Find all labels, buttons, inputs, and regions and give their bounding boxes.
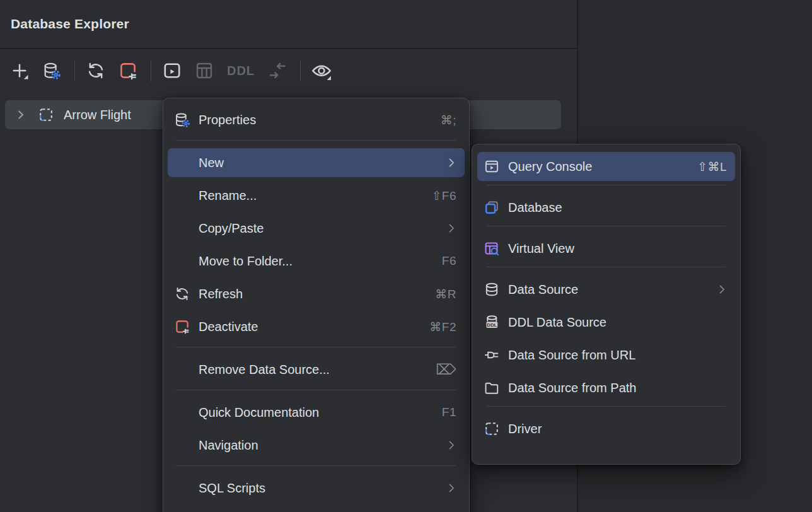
refresh-icon (174, 286, 190, 302)
database-settings-icon (42, 61, 61, 80)
database-settings-icon (174, 112, 190, 128)
menu-item-label: Copy/Paste (199, 221, 445, 236)
menu-item-refresh[interactable]: Refresh ⌘R (168, 279, 465, 308)
data-source-properties-button[interactable] (40, 59, 64, 83)
submenu-arrow-icon (716, 283, 728, 296)
database-icon (484, 199, 500, 216)
query-console-icon (484, 158, 500, 175)
menu-item-shortcut: F1 (442, 405, 456, 419)
toolbar-separator (74, 60, 75, 81)
menu-item-deactivate[interactable]: Deactivate ⌘F2 (168, 312, 465, 341)
eye-icon (311, 60, 332, 81)
menu-item-label: Refresh (199, 287, 435, 301)
menu-item-quick-documentation[interactable]: Quick Documentation F1 (168, 398, 465, 427)
submenu-arrow-icon (445, 482, 458, 494)
submenu-item-ddl-data-source[interactable]: DDL DDL Data Source (477, 308, 735, 337)
menu-item-label: SQL Scripts (199, 481, 445, 496)
toolbar-separator (151, 60, 151, 81)
menu-separator (176, 465, 456, 466)
page-title: Database Explorer (11, 16, 129, 32)
submenu-arrow-icon (445, 222, 458, 235)
menu-item-new[interactable]: New (168, 148, 465, 177)
menu-separator (487, 267, 726, 267)
submenu-item-query-console[interactable]: Query Console ⇧⌘L (477, 152, 735, 181)
menu-item-properties[interactable]: Properties ⌘; (168, 105, 465, 134)
ddl-button[interactable]: DDL (224, 59, 257, 83)
new-submenu: Query Console ⇧⌘L Database Virtual View (472, 144, 741, 465)
menu-item-sql-scripts[interactable]: SQL Scripts (168, 474, 465, 503)
menu-separator (487, 406, 726, 407)
data-source-icon (484, 281, 500, 298)
submenu-item-driver[interactable]: Driver (477, 414, 735, 443)
menu-item-shortcut: F6 (442, 254, 456, 268)
tree-item-label: Arrow Flight (64, 108, 131, 122)
submenu-item-data-source-from-path[interactable]: Data Source from Path (477, 373, 735, 402)
menu-item-shortcut: ⌘F2 (429, 320, 456, 334)
menu-item-rename[interactable]: Rename... ⇧F6 (168, 181, 465, 210)
refresh-icon (86, 61, 106, 81)
menu-item-label: DDL Data Source (508, 315, 727, 330)
query-console-icon (162, 61, 182, 81)
deactivate-icon (174, 318, 190, 335)
driver-icon (484, 421, 500, 437)
refresh-button[interactable] (84, 59, 108, 83)
menu-item-label: New (199, 156, 445, 170)
menu-item-remove-data-source[interactable]: Remove Data Source... ⌦ (168, 355, 465, 384)
menu-item-label: Quick Documentation (199, 405, 442, 420)
menu-item-label: Data Source from URL (508, 348, 727, 363)
panel-toolbar: DDL (0, 49, 577, 92)
menu-separator (487, 185, 726, 185)
menu-item-shortcut: ⇧⌘L (697, 160, 727, 174)
menu-item-navigation[interactable]: Navigation (168, 431, 465, 460)
submenu-item-data-source[interactable]: Data Source (477, 275, 735, 304)
menu-item-copy-paste[interactable]: Copy/Paste (168, 214, 465, 243)
deactivate-icon (118, 61, 138, 81)
menu-item-label: Rename... (199, 189, 431, 203)
menu-item-label: Move to Folder... (199, 254, 442, 269)
menu-separator (176, 390, 456, 390)
ddl-label: DDL (227, 64, 255, 78)
table-button[interactable] (192, 59, 216, 83)
submenu-item-data-source-from-url[interactable]: Data Source from URL (477, 340, 735, 369)
menu-item-label: Deactivate (199, 320, 429, 334)
submenu-item-virtual-view[interactable]: Virtual View (477, 234, 735, 263)
jump-to-query-console-button[interactable] (160, 59, 184, 83)
submenu-arrow-icon (445, 156, 458, 169)
delete-key-icon: ⌦ (436, 361, 456, 378)
menu-item-label: Navigation (199, 438, 445, 453)
context-menu: Properties ⌘; New Rename... ⇧F6 Copy/Pas… (163, 98, 470, 512)
menu-item-shortcut: ⌘; (441, 113, 456, 127)
menu-item-label: Query Console (508, 160, 697, 174)
driver-icon (38, 107, 54, 123)
toolbar-separator (300, 60, 301, 81)
submenu-arrow-icon (445, 439, 458, 451)
menu-item-label: Remove Data Source... (199, 363, 436, 377)
preview-button[interactable] (310, 59, 334, 83)
menu-item-label: Data Source from Path (508, 381, 727, 395)
plus-icon (10, 61, 29, 80)
app-root: { "window": { "title": "Database Explore… (0, 0, 812, 512)
menu-item-shortcut: ⇧F6 (431, 189, 456, 203)
add-button[interactable] (8, 59, 32, 83)
panel-header: Database Explorer (0, 0, 577, 49)
folder-icon (484, 380, 500, 396)
compare-arrows-icon (267, 61, 287, 81)
virtual-view-icon (484, 240, 500, 257)
plug-icon (484, 347, 500, 363)
ddl-data-source-icon: DDL (484, 314, 500, 330)
deactivate-button[interactable] (116, 59, 140, 83)
menu-separator (176, 140, 456, 141)
menu-item-label: Data Source (508, 282, 716, 297)
chevron-right-icon[interactable] (14, 108, 28, 122)
menu-separator (176, 347, 456, 347)
table-icon (194, 61, 214, 81)
svg-text:DDL: DDL (487, 322, 497, 328)
menu-item-move-to-folder[interactable]: Move to Folder... F6 (168, 247, 465, 276)
menu-item-label: Database (508, 201, 727, 215)
submenu-item-database[interactable]: Database (477, 193, 735, 222)
menu-item-shortcut: ⌘R (435, 287, 456, 301)
menu-item-label: Virtual View (508, 241, 727, 256)
menu-separator (487, 226, 726, 226)
menu-item-label: Properties (199, 113, 441, 127)
compare-button[interactable] (265, 59, 289, 83)
